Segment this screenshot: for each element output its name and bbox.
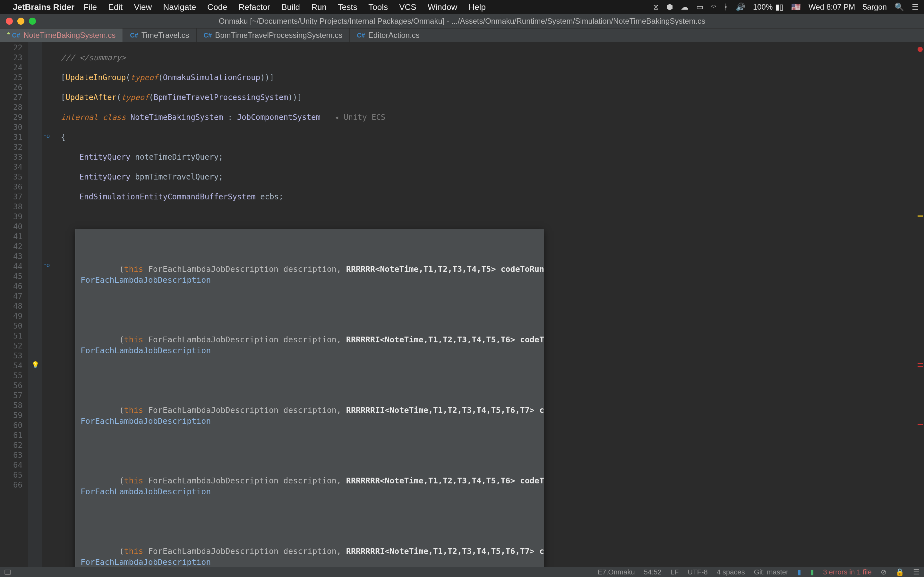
line-number: 49 <box>0 311 23 321</box>
control-center-icon[interactable]: ☰ <box>912 3 919 11</box>
menu-code[interactable]: Code <box>207 2 227 12</box>
stripe-marker[interactable] <box>918 424 923 425</box>
tab-notetimebakingsystem[interactable]: C# NoteTimeBakingSystem.cs <box>0 29 123 42</box>
line-number: 26 <box>0 83 23 93</box>
battery-percent: 100% <box>753 3 772 11</box>
menu-tools[interactable]: Tools <box>368 2 388 12</box>
status-process-icon[interactable]: ▮ <box>810 568 814 576</box>
dropbox-icon[interactable]: ⬢ <box>666 3 673 11</box>
menu-build[interactable]: Build <box>281 2 300 12</box>
wifi-icon[interactable]: ⌔ <box>711 3 716 11</box>
menu-file[interactable]: File <box>83 2 97 12</box>
intention-bulb-icon[interactable]: 💡 <box>31 361 39 369</box>
line-number: 46 <box>0 282 23 292</box>
battery-status[interactable]: 100% ▮▯ <box>753 3 783 11</box>
popup-text: this <box>124 335 143 344</box>
code-text: EntityQuery <box>79 153 131 161</box>
menu-tests[interactable]: Tests <box>338 2 357 12</box>
parameter-info-row[interactable]: (this ForEachLambdaJobDescription descri… <box>75 321 544 370</box>
status-indent[interactable]: 4 spaces <box>717 568 745 576</box>
parameter-info-popup[interactable]: (this ForEachLambdaJobDescription descri… <box>75 229 544 577</box>
code-text: typeof <box>121 93 149 102</box>
code-text: EndSimulationEntityCommandBufferSystem <box>79 192 256 201</box>
window-titlebar: Onmaku [~/Documents/Unity Projects/Inter… <box>0 14 924 28</box>
popup-text: RRRRRRR<NoteTime,T1,T2,T3,T4,T5,T6> code… <box>346 476 544 485</box>
inlay-hint: ◂ Unity ECS <box>334 113 385 122</box>
popup-text: ForEachLambdaJobDescription <box>81 558 211 567</box>
stripe-marker[interactable] <box>918 366 923 367</box>
popup-text: RRRRRRI<NoteTime,T1,T2,T3,T4,T5,T6> code… <box>346 335 544 344</box>
popup-text: ForEachLambdaJobDescription <box>81 346 211 355</box>
menu-view[interactable]: View <box>134 2 152 12</box>
tab-label: EditorAction.cs <box>368 31 420 40</box>
line-number: 22 <box>0 43 23 53</box>
line-number: 43 <box>0 251 23 261</box>
line-number: 48 <box>0 301 23 311</box>
menu-refactor[interactable]: Refactor <box>239 2 270 12</box>
code-text: UpdateAfter <box>65 93 116 102</box>
line-number: 44 <box>0 261 23 271</box>
line-number: 31 <box>0 132 23 142</box>
bluetooth-icon[interactable]: ᚼ <box>724 3 728 11</box>
line-number: 30 <box>0 122 23 132</box>
line-number: 45 <box>0 271 23 282</box>
menu-window[interactable]: Window <box>428 2 457 12</box>
status-caret-position[interactable]: 54:52 <box>644 568 662 576</box>
tool-window-toggle-icon[interactable] <box>5 570 11 575</box>
line-number: 35 <box>0 172 23 182</box>
status-readonly-toggle-icon[interactable]: ⊘ <box>881 568 887 576</box>
tab-bpmtimetravelprocessingsystem[interactable]: C# BpmTimeTravelProcessingSystem.cs <box>197 29 350 42</box>
status-line-separator[interactable]: LF <box>670 568 679 576</box>
status-git-branch[interactable]: Git: master <box>754 568 788 576</box>
tab-timetravel[interactable]: C# TimeTravel.cs <box>123 29 196 42</box>
analysis-status-icon[interactable] <box>918 47 923 52</box>
stripe-marker[interactable] <box>918 363 923 364</box>
popup-text: ForEachLambdaJobDescription <box>81 487 211 496</box>
menubar-user[interactable]: 5argon <box>863 3 887 11</box>
line-number: 62 <box>0 440 23 450</box>
line-number: 53 <box>0 351 23 361</box>
status-errors[interactable]: 3 errors in 1 file <box>823 568 872 576</box>
line-number: 52 <box>0 341 23 351</box>
error-stripe[interactable] <box>916 42 924 567</box>
code-text: EntityQuery <box>79 172 131 181</box>
code-text: NoteTimeBakingSystem <box>131 113 223 122</box>
menu-edit[interactable]: Edit <box>108 2 123 12</box>
code-text: ecbs; <box>260 192 283 201</box>
status-module[interactable]: E7.Onmaku <box>598 568 635 576</box>
menu-vcs[interactable]: VCS <box>399 2 416 12</box>
code-text: bpmTimeTravelQuery; <box>135 172 223 181</box>
status-lock-icon[interactable]: 🔒 <box>895 568 904 576</box>
spotlight-icon[interactable]: 🔍 <box>895 3 904 11</box>
stripe-marker[interactable] <box>918 215 923 217</box>
menubar-clock[interactable]: Wed 8:07 PM <box>809 3 855 11</box>
tab-editoraction[interactable]: C# EditorAction.cs <box>350 29 427 42</box>
parameter-info-row[interactable]: (this ForEachLambdaJobDescription descri… <box>75 462 544 511</box>
line-number: 55 <box>0 371 23 381</box>
volume-icon[interactable]: 🔊 <box>736 3 745 11</box>
menu-run[interactable]: Run <box>311 2 326 12</box>
code-body[interactable]: /// </summary> [UpdateInGroup(typeof(Onm… <box>42 42 916 567</box>
parameter-info-row[interactable]: (this ForEachLambdaJobDescription descri… <box>75 392 544 440</box>
code-editor[interactable]: 2223242526272829303132333435363738394041… <box>0 42 916 567</box>
toggl-icon[interactable]: ⧖ <box>653 3 659 11</box>
flag-icon[interactable]: 🇺🇸 <box>791 3 801 11</box>
status-unity-icon[interactable]: ▮ <box>797 568 801 576</box>
line-number: 51 <box>0 331 23 341</box>
display-icon[interactable]: ▭ <box>696 3 704 11</box>
status-notifications-icon[interactable]: ☰ <box>913 568 919 576</box>
tab-label: TimeTravel.cs <box>142 31 189 40</box>
line-number: 25 <box>0 73 23 83</box>
line-number: 37 <box>0 192 23 202</box>
app-name: JetBrains Rider <box>13 2 74 12</box>
cloud-icon[interactable]: ☁ <box>681 3 688 11</box>
status-encoding[interactable]: UTF-8 <box>688 568 708 576</box>
line-number: 27 <box>0 93 23 103</box>
macos-menubar: JetBrains Rider File Edit View Navigate … <box>0 0 924 14</box>
popup-text: this <box>124 546 143 556</box>
parameter-info-row[interactable]: (this ForEachLambdaJobDescription descri… <box>75 251 544 299</box>
menu-navigate[interactable]: Navigate <box>163 2 196 12</box>
line-number: 36 <box>0 182 23 192</box>
line-number: 41 <box>0 232 23 242</box>
menu-help[interactable]: Help <box>469 2 486 12</box>
